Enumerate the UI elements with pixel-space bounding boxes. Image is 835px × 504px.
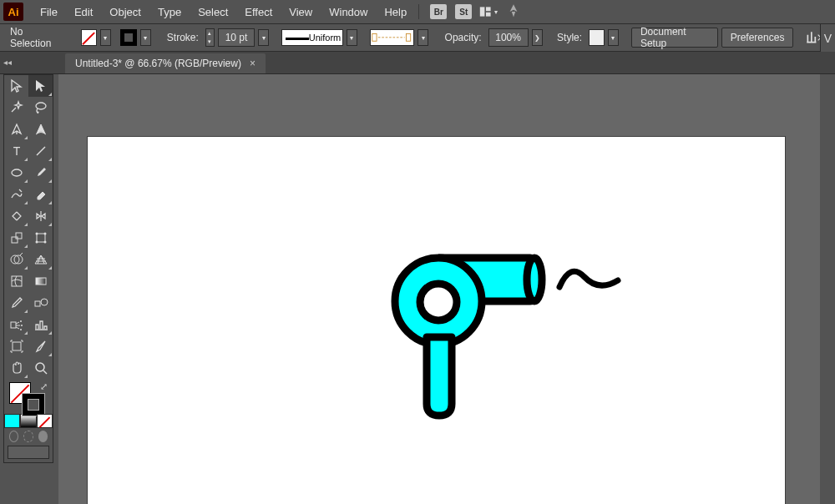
color-swatch-cyan[interactable] — [4, 414, 20, 428]
menu-view[interactable]: View — [281, 0, 321, 24]
gradient-tool[interactable] — [28, 270, 53, 292]
screen-mode-button[interactable] — [8, 446, 49, 459]
document-setup-button[interactable]: Document Setup — [631, 28, 718, 48]
menu-select[interactable]: Select — [190, 0, 236, 24]
curvature-tool[interactable] — [28, 118, 53, 140]
tool-panel: T ⤢ — [3, 74, 53, 463]
menu-bar: Ai File Edit Object Type Select Effect V… — [0, 0, 835, 24]
lasso-tool[interactable] — [28, 97, 53, 118]
draw-inside-icon[interactable] — [38, 431, 48, 442]
stroke-weight-input[interactable]: 10 pt — [218, 28, 255, 47]
selection-status: No Selection — [7, 26, 65, 49]
column-graph-tool[interactable] — [28, 314, 53, 335]
svg-point-12 — [12, 169, 22, 176]
document-tab-bar: Untitled-3* @ 66.67% (RGB/Preview) × — [0, 52, 835, 74]
free-transform-tool[interactable] — [28, 227, 53, 249]
svg-point-18 — [35, 241, 38, 244]
svg-rect-0 — [480, 7, 485, 16]
variable-width-dropdown[interactable]: ▾ — [347, 29, 357, 46]
scale-tool[interactable] — [4, 227, 28, 249]
stroke-swatch[interactable] — [120, 29, 136, 46]
perspective-grid-tool[interactable] — [28, 249, 53, 270]
symbol-sprayer-tool[interactable] — [4, 314, 28, 335]
stock-button[interactable]: St — [454, 3, 473, 21]
document-tab[interactable]: Untitled-3* @ 66.67% (RGB/Preview) × — [65, 53, 266, 73]
menu-edit[interactable]: Edit — [66, 0, 101, 24]
rotate-tool[interactable] — [4, 205, 28, 227]
chevron-down-icon: ▾ — [494, 8, 498, 16]
graphic-style-dropdown[interactable]: ▾ — [608, 29, 619, 46]
menu-file[interactable]: File — [32, 0, 66, 24]
menu-help[interactable]: Help — [376, 0, 415, 24]
svg-text:T: T — [13, 144, 20, 158]
svg-point-27 — [20, 320, 22, 322]
opacity-dropdown[interactable]: ❯ — [532, 29, 543, 46]
svg-line-32 — [43, 370, 47, 374]
zoom-tool[interactable] — [28, 357, 53, 379]
direct-selection-tool[interactable] — [28, 75, 53, 97]
align-panel-button[interactable] — [805, 28, 822, 47]
graphic-style-swatch[interactable] — [589, 29, 604, 46]
svg-rect-1 — [486, 7, 491, 11]
eyedropper-tool[interactable] — [4, 292, 28, 314]
artwork-hair-dryer — [388, 254, 647, 437]
close-tab-button[interactable]: × — [250, 58, 256, 69]
preferences-button[interactable]: Preferences — [721, 28, 794, 48]
bridge-button[interactable]: Br — [429, 3, 448, 21]
stroke-dropdown[interactable]: ▾ — [140, 29, 151, 46]
ellipse-tool[interactable] — [4, 162, 28, 184]
menu-type[interactable]: Type — [149, 0, 190, 24]
color-mode-row — [4, 414, 53, 429]
stroke-weight-dropdown[interactable]: ▾ — [258, 29, 269, 46]
document-tab-title: Untitled-3* @ 66.67% (RGB/Preview) — [75, 58, 241, 69]
menu-object[interactable]: Object — [101, 0, 149, 24]
reflect-tool[interactable] — [28, 205, 53, 227]
selection-tool[interactable] — [4, 75, 28, 97]
fill-stroke-control[interactable]: ⤢ — [4, 379, 53, 414]
svg-rect-30 — [13, 342, 21, 350]
fill-dropdown[interactable]: ▾ — [100, 29, 111, 46]
svg-rect-15 — [37, 234, 45, 242]
brush-definition-dropdown[interactable]: ▾ — [418, 29, 428, 46]
hand-tool[interactable] — [4, 357, 28, 379]
pen-tool[interactable] — [4, 118, 28, 140]
artboard[interactable] — [88, 137, 785, 504]
menu-effect[interactable]: Effect — [236, 0, 281, 24]
bridge-icon: Br — [430, 4, 447, 19]
blend-tool[interactable] — [28, 292, 53, 314]
magic-wand-tool[interactable] — [4, 97, 28, 118]
draw-normal-icon[interactable] — [9, 431, 18, 442]
gradient-swatch[interactable] — [20, 414, 36, 428]
stroke-indicator[interactable] — [23, 394, 44, 416]
opacity-input[interactable]: 100% — [488, 28, 529, 47]
brush-definition[interactable] — [370, 29, 414, 46]
type-tool[interactable]: T — [4, 140, 28, 162]
shape-builder-tool[interactable] — [4, 249, 28, 270]
shaper-tool[interactable] — [4, 184, 28, 205]
fill-swatch[interactable] — [81, 29, 96, 46]
style-label: Style: — [554, 32, 585, 43]
none-swatch[interactable] — [37, 414, 53, 428]
stroke-weight-stepper[interactable]: ▴ ▾ — [205, 28, 215, 47]
svg-rect-23 — [36, 278, 46, 285]
mesh-tool[interactable] — [4, 270, 28, 292]
menu-window[interactable]: Window — [321, 0, 376, 24]
artboard-tool[interactable] — [4, 335, 28, 357]
panel-collapse-handle[interactable]: ◂◂ — [3, 56, 13, 68]
svg-rect-22 — [12, 276, 22, 286]
arrange-docs-button[interactable]: ▾ — [479, 3, 498, 21]
arrange-docs-icon — [479, 5, 493, 18]
eraser-tool[interactable] — [28, 184, 53, 205]
variable-width-profile[interactable]: Uniform — [281, 29, 342, 46]
right-panel-collapsed[interactable]: V — [820, 24, 835, 52]
stroke-label: Stroke: — [164, 32, 202, 43]
slice-tool[interactable] — [28, 335, 53, 357]
screen-mode-row — [4, 444, 53, 462]
swap-fill-stroke-icon[interactable]: ⤢ — [40, 381, 48, 392]
draw-behind-icon[interactable] — [23, 431, 33, 442]
line-segment-tool[interactable] — [28, 140, 53, 162]
gpu-preview-button[interactable] — [504, 3, 523, 21]
svg-rect-13 — [12, 237, 18, 243]
align-icon — [805, 29, 822, 46]
paintbrush-tool[interactable] — [28, 162, 53, 184]
